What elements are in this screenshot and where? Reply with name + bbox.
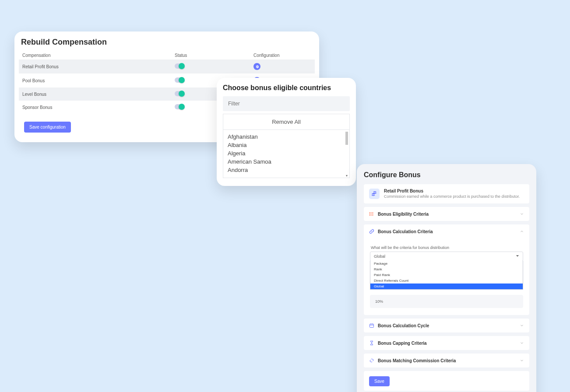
- col-header-configuration: Configuration: [253, 53, 311, 58]
- accordion-title: Bonus Matching Commission Criteria: [378, 358, 456, 363]
- list-item[interactable]: Albania: [228, 141, 345, 149]
- svg-point-4: [369, 215, 370, 216]
- select-value: Global: [374, 254, 385, 259]
- table-row: Retail Profit Bonus: [19, 60, 315, 74]
- compensation-name: Sponsor Bonus: [22, 105, 175, 110]
- criteria-select[interactable]: Global: [370, 252, 523, 261]
- accordion-cycle: Bonus Calculation Cycle: [364, 318, 529, 332]
- accordion-eligibility: Bonus Eligibility Criteria: [364, 207, 529, 221]
- accordion-matching: Bonus Matching Commission Criteria: [364, 354, 529, 368]
- status-toggle[interactable]: [175, 63, 184, 69]
- dropdown-option[interactable]: Global: [370, 284, 523, 289]
- compensation-name: Level Bonus: [22, 92, 175, 97]
- status-toggle[interactable]: [175, 104, 184, 109]
- dropdown-option[interactable]: Rank: [370, 266, 523, 272]
- criteria-label: What will be the criteria for bonus dist…: [371, 245, 523, 250]
- list-item[interactable]: American Samoa: [228, 158, 345, 166]
- chevron-down-icon: [520, 341, 524, 345]
- accordion-body: What will be the criteria for bonus dist…: [364, 238, 529, 315]
- configure-title: Configure Bonus: [364, 171, 529, 179]
- bonus-info-panel: Retail Profit Bonus Commission earned wh…: [364, 184, 529, 203]
- countries-title: Choose bonus eligible countries: [223, 84, 350, 92]
- bonus-description: Commission earned while a commerce produ…: [384, 194, 520, 199]
- configure-bonus-card: Configure Bonus Retail Profit Bonus Comm…: [357, 164, 536, 392]
- configure-button[interactable]: [253, 63, 260, 70]
- chevron-down-icon: [520, 323, 524, 328]
- chevron-down-icon: [520, 212, 524, 216]
- eligible-countries-card: Choose bonus eligible countries Remove A…: [217, 78, 356, 186]
- svg-point-0: [369, 212, 370, 213]
- chevron-down-icon: [520, 358, 524, 363]
- save-button[interactable]: Save: [369, 376, 390, 386]
- coins-icon: [369, 189, 380, 199]
- svg-rect-6: [370, 324, 374, 328]
- compensation-name: Pool Bonus: [22, 78, 175, 83]
- col-header-status: Status: [175, 53, 253, 58]
- gear-icon: [255, 65, 259, 69]
- accordion-header[interactable]: Bonus Calculation Criteria: [364, 224, 529, 238]
- hourglass-icon: [369, 340, 374, 346]
- accordion-calculation: Bonus Calculation Criteria What will be …: [364, 224, 529, 315]
- accordion-capping: Bonus Capping Criteria: [364, 336, 529, 350]
- dropdown-option[interactable]: Direct Referrals Count: [370, 278, 523, 284]
- country-filter-input[interactable]: [223, 96, 350, 111]
- accordion-header[interactable]: Bonus Eligibility Criteria: [364, 207, 529, 221]
- compensation-name: Retail Profit Bonus: [22, 64, 175, 69]
- bonus-name: Retail Profit Bonus: [384, 189, 520, 193]
- criteria-dropdown: Package Rank Paid Rank Direct Referrals …: [370, 261, 523, 290]
- list-item[interactable]: Afghanistan: [228, 133, 345, 141]
- recycle-icon: [369, 358, 374, 363]
- calendar-icon: [369, 323, 374, 328]
- svg-point-2: [369, 214, 370, 214]
- accordion-title: Bonus Eligibility Criteria: [378, 212, 429, 217]
- status-toggle[interactable]: [175, 91, 184, 96]
- scrollbar[interactable]: ▴ ▾: [345, 131, 348, 178]
- compensation-table-header: Compensation Status Configuration: [19, 51, 315, 60]
- country-list[interactable]: Afghanistan Albania Algeria American Sam…: [223, 130, 350, 178]
- remove-all-button[interactable]: Remove All: [223, 114, 350, 130]
- bonus-value-display: 10%: [370, 295, 523, 308]
- select-chevron-icon: [516, 254, 519, 259]
- accordion-title: Bonus Calculation Criteria: [378, 229, 433, 234]
- list-icon: [369, 211, 374, 217]
- col-header-compensation: Compensation: [22, 53, 175, 58]
- accordion-title: Bonus Capping Criteria: [378, 341, 427, 346]
- save-row: Save: [364, 371, 529, 391]
- save-configuration-button[interactable]: Save configuration: [24, 122, 71, 133]
- list-item[interactable]: Andorra: [228, 166, 345, 174]
- scroll-down-icon[interactable]: ▾: [345, 174, 348, 178]
- list-item[interactable]: Algeria: [228, 149, 345, 158]
- rebuild-title: Rebuild Compensation: [21, 38, 315, 47]
- accordion-header[interactable]: Bonus Matching Commission Criteria: [364, 354, 529, 368]
- status-toggle[interactable]: [175, 77, 184, 83]
- accordion-header[interactable]: Bonus Capping Criteria: [364, 336, 529, 350]
- scroll-thumb[interactable]: [345, 132, 348, 145]
- accordion-header[interactable]: Bonus Calculation Cycle: [364, 318, 529, 332]
- link-icon: [369, 229, 374, 234]
- dropdown-option[interactable]: Paid Rank: [370, 272, 523, 278]
- dropdown-option[interactable]: Package: [370, 261, 523, 266]
- accordion-title: Bonus Calculation Cycle: [378, 323, 429, 328]
- chevron-up-icon: [520, 229, 524, 234]
